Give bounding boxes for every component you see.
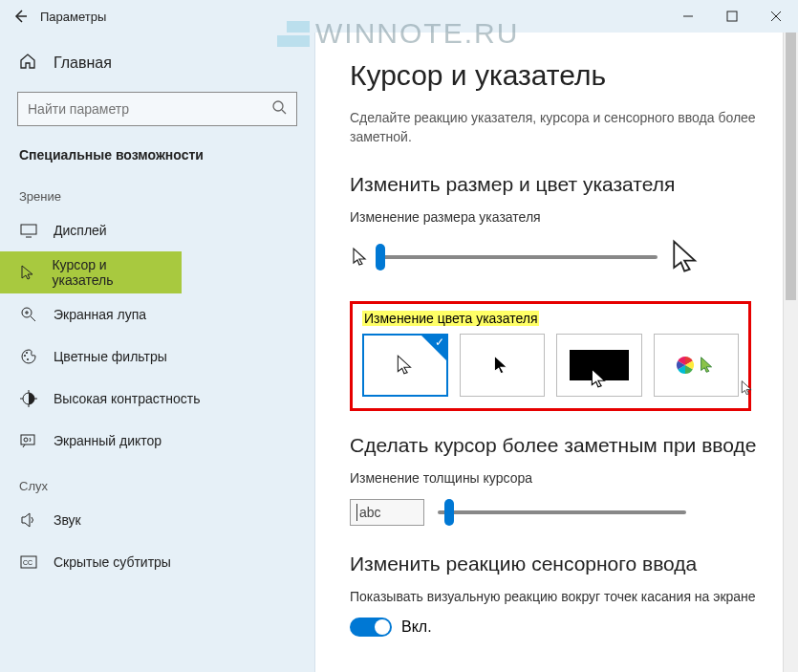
svg-text:CC: CC [23,559,32,566]
search-box[interactable] [17,92,297,126]
home-icon [19,53,38,74]
color-section-label: Изменение цвета указателя [362,311,539,326]
display-icon [19,222,38,239]
nav-display[interactable]: Дисплей [0,209,314,251]
narrator-icon [19,432,38,449]
svg-point-14 [27,358,29,360]
sound-icon [19,511,38,529]
section-size-heading: Изменить размер и цвет указателя [350,173,764,196]
color-wheel-icon [676,356,695,375]
nav-cc[interactable]: CC Скрытые субтитры [0,541,314,583]
color-option-inverted[interactable] [556,334,641,397]
nav-high-contrast[interactable]: Высокая контрастность [0,378,314,420]
window-controls [666,0,798,33]
home-label: Главная [54,54,112,72]
nav-label: Дисплей [54,223,107,238]
close-button[interactable] [754,0,798,33]
scrollbar[interactable] [783,33,798,672]
search-icon [271,99,287,119]
svg-point-4 [273,101,283,111]
touch-feedback-toggle[interactable] [350,618,392,637]
category-vision: Зрение [0,172,314,209]
mouse-pointer-icon [739,379,756,397]
maximize-button[interactable] [710,0,754,33]
sidebar-section-header: Специальные возможности [0,134,314,172]
touch-toggle-label: Показывать визуальную реакцию вокруг точ… [350,589,764,604]
color-option-black[interactable] [460,334,545,397]
pointer-size-slider[interactable] [380,255,658,259]
minimize-button[interactable] [666,0,710,33]
small-cursor-icon [350,247,371,268]
nav-cursor[interactable]: Курсор и указатель [0,251,182,293]
nav-label: Высокая контрастность [54,391,200,406]
section-cursor-heading: Сделать курсор более заметным при вводе [350,434,764,457]
nav-label: Экранная лупа [54,307,146,322]
svg-line-5 [282,110,286,114]
large-cursor-icon [667,238,705,276]
search-input[interactable] [28,101,271,117]
section-touch-heading: Изменить реакцию сенсорного ввода [350,553,764,575]
magnifier-icon [19,306,38,323]
sidebar: Главная Специальные возможности Зрение Д… [0,33,315,672]
svg-rect-6 [21,225,36,234]
cursor-thickness-slider[interactable] [438,510,686,514]
svg-point-13 [26,352,28,354]
home-nav[interactable]: Главная [0,42,314,84]
color-option-white[interactable] [362,334,448,397]
nav-magnifier[interactable]: Экранная лупа [0,293,314,336]
nav-label: Скрытые субтитры [54,554,171,570]
pointer-color-options [362,334,739,397]
nav-label: Курсор и указатель [52,257,162,288]
category-hearing: Слух [0,462,314,499]
color-section-highlight: Изменение цвета указателя [350,301,751,411]
window-title: Параметры [40,10,106,24]
content-area: Курсор и указатель Сделайте реакцию указ… [315,33,798,672]
nav-sound[interactable]: Звук [0,499,314,541]
toggle-state: Вкл. [401,618,432,636]
nav-label: Цветные фильтры [54,349,167,364]
svg-rect-1 [727,11,737,21]
page-description: Сделайте реакцию указателя, курсора и се… [350,109,764,146]
nav-label: Звук [54,512,81,528]
svg-line-9 [31,316,35,321]
color-option-custom[interactable] [654,334,739,397]
thickness-label: Изменение толщины курсора [350,470,764,486]
contrast-icon [19,390,38,407]
cursor-thickness-preview: abc [350,499,424,526]
nav-label: Экранный диктор [54,433,162,448]
back-button[interactable] [0,0,40,33]
scrollbar-thumb[interactable] [786,33,796,300]
nav-narrator[interactable]: Экранный диктор [0,420,314,462]
size-slider-label: Изменение размера указателя [350,209,764,225]
svg-point-12 [24,355,26,357]
palette-icon [19,348,38,365]
nav-color-filters[interactable]: Цветные фильтры [0,336,314,378]
page-title: Курсор и указатель [350,59,764,92]
cursor-icon [19,264,36,281]
cc-icon: CC [19,553,38,571]
svg-point-21 [24,438,28,442]
